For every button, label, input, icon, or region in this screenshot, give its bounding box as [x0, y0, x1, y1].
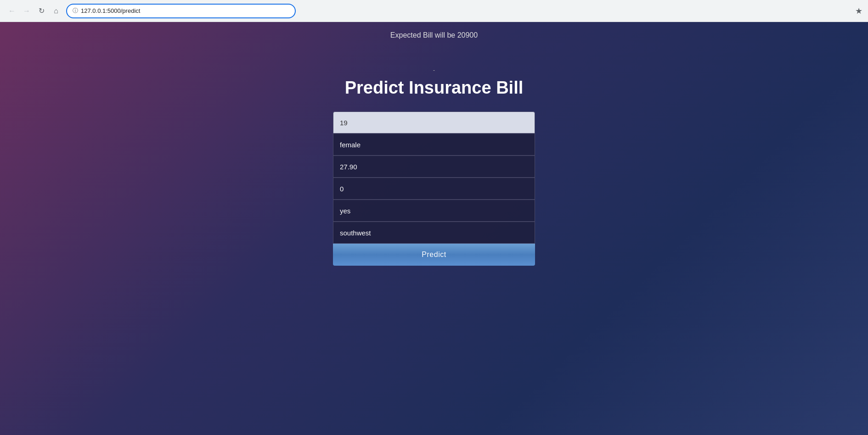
page-content: Expected Bill will be 20900 - Predict In… — [0, 22, 868, 435]
browser-chrome: ← → ↻ ⌂ ⓘ 127.0.0.1:5000/predict ★ — [0, 0, 868, 22]
url-input[interactable]: 127.0.0.1:5000/predict — [81, 7, 289, 14]
age-input[interactable] — [333, 112, 535, 134]
home-button[interactable]: ⌂ — [50, 5, 62, 17]
bmi-input[interactable] — [333, 156, 535, 178]
lock-icon: ⓘ — [73, 7, 78, 15]
separator: - — [433, 67, 435, 73]
sex-input[interactable] — [333, 134, 535, 156]
form-fields: Predict — [333, 112, 535, 266]
nav-buttons: ← → ↻ ⌂ — [6, 5, 62, 17]
result-text: Expected Bill will be 20900 — [390, 31, 478, 39]
reload-button[interactable]: ↻ — [35, 5, 48, 17]
back-button[interactable]: ← — [6, 5, 18, 17]
forward-button[interactable]: → — [20, 5, 33, 17]
form-container: - Predict Insurance Bill Predict — [333, 67, 535, 266]
region-input[interactable] — [333, 222, 535, 244]
children-input[interactable] — [333, 178, 535, 200]
smoker-input[interactable] — [333, 200, 535, 222]
address-bar[interactable]: ⓘ 127.0.0.1:5000/predict — [66, 4, 296, 18]
page-title: Predict Insurance Bill — [345, 78, 524, 98]
bookmark-button[interactable]: ★ — [855, 6, 862, 16]
predict-button[interactable]: Predict — [333, 244, 535, 266]
